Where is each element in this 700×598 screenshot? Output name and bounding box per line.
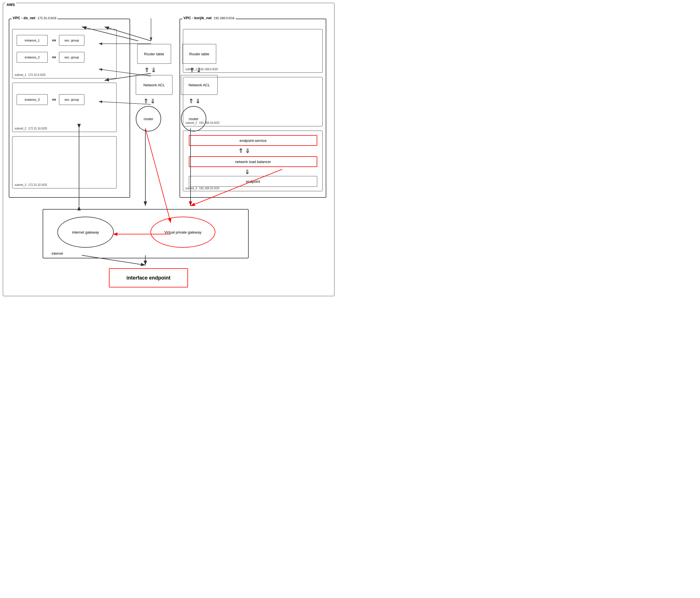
instance-3-box: instance_3: [17, 94, 48, 105]
subnet-1-ds-label: subnet_1 172.31.0.0/20: [15, 73, 46, 76]
nlb-box: network load balancer: [189, 156, 317, 167]
instance-1-box: instance_1: [17, 35, 48, 46]
subnet-2-ds: subnet_2 172.31.16.0/20 instance_3 sec. …: [12, 83, 117, 132]
network-acl-1: Network ACL: [136, 75, 172, 95]
subnet-3-ds: subnet_3 172.31.32.0/20: [12, 136, 117, 188]
aws-label: AWS: [5, 3, 16, 7]
subnet-1-korjik-label: subnet_1 192.168.0.0/20: [185, 68, 218, 71]
subnet-2-korjik: subnet_2 192.168.16.0/20: [183, 77, 323, 126]
vpc-korjik: VPC - korjik_net 192.168.0.0/16 subnet_1…: [179, 19, 326, 198]
vpc-ds-label: VPC - ds_net 172.31.0.0/16: [11, 16, 57, 20]
subnet-3-korjik-label: subnet_3 192.168.32.0/20: [185, 187, 219, 190]
endpoint-service-box: endpoint-service: [189, 135, 317, 146]
arrows-ep-nlb: ⇑⇓: [238, 147, 250, 155]
sec-group-2: sec. group: [59, 52, 84, 62]
sec-group-3: sec. group: [59, 94, 84, 105]
aws-container: AWS VPC - ds_net 172.31.0.0/16 subnet_1 …: [3, 3, 334, 296]
interface-endpoint: interface endpoint: [109, 268, 188, 287]
subnet-2-ds-label: subnet_2 172.31.16.0/20: [15, 127, 47, 130]
router-table-1: Router table: [137, 44, 171, 64]
arrow-i3-sec: ⇔: [52, 97, 56, 103]
subnet-2-korjik-label: subnet_2 192.168.16.0/20: [185, 121, 219, 124]
gateway-container: internet internet gateway Virtual privat…: [43, 209, 249, 258]
vpc-ds: VPC - ds_net 172.31.0.0/16 subnet_1 172.…: [9, 19, 130, 198]
arrow-i1-sec: ⇔: [52, 37, 56, 44]
sec-group-1: sec. group: [59, 35, 84, 46]
router-1: router: [136, 106, 161, 131]
instance-2-box: instance_2: [17, 52, 48, 62]
internet-label: internet: [52, 252, 63, 256]
internet-gateway: internet gateway: [57, 217, 114, 248]
arrows-acl1: ⇑⇓: [143, 98, 155, 105]
subnet-3-ds-label: subnet_3 172.31.32.0/20: [15, 183, 47, 186]
arrow-i2-sec: ⇔: [52, 54, 56, 60]
vpg: Virtual private gateway: [150, 217, 215, 248]
arrow-nlb-ep: ⇓: [245, 168, 250, 176]
endpoint-box: endpoint: [189, 176, 317, 187]
vpc-korjik-label: VPC - korjik_net 192.168.0.0/16: [182, 16, 236, 20]
arrows-rt1: ⇑⇓: [144, 67, 156, 74]
subnet-3-korjik: subnet_3 192.168.32.0/20 endpoint-servic…: [183, 131, 323, 191]
subnet-1-korjik: subnet_1 192.168.0.0/20: [183, 29, 323, 73]
subnet-1-ds: subnet_1 172.31.0.0/20 instance_1 sec. g…: [12, 29, 117, 78]
